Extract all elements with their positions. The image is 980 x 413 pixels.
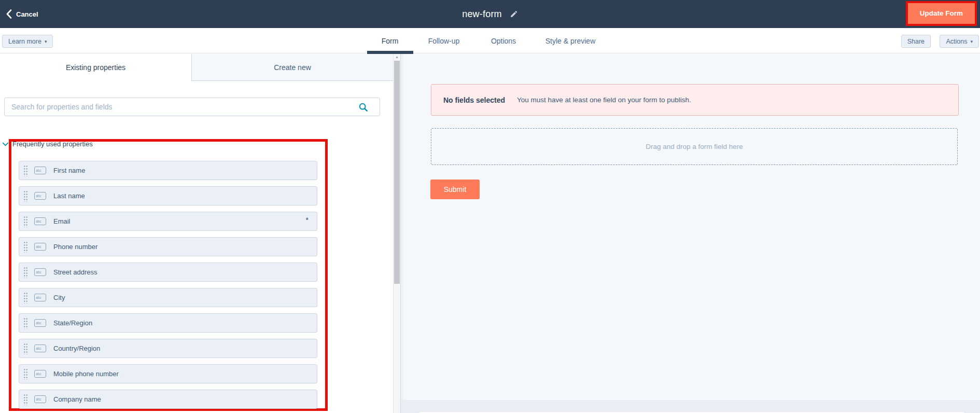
drag-handle-icon[interactable] — [23, 190, 27, 202]
property-search — [4, 98, 380, 116]
tab-existing-properties[interactable]: Existing properties — [0, 54, 192, 81]
dropzone-text: Drag and drop a form field here — [646, 143, 743, 150]
property-label: Phone number — [53, 243, 97, 251]
single-line-text-icon: abc — [34, 319, 46, 327]
caret-down-icon: ▾ — [45, 39, 47, 44]
tab-form[interactable]: Form — [382, 28, 399, 53]
panel-tabs: Existing properties Create new — [0, 54, 393, 81]
section-title: Frequently used properties — [12, 140, 93, 148]
drag-handle-icon[interactable] — [23, 164, 27, 176]
drag-handle-icon[interactable] — [23, 292, 27, 304]
property-label: Last name — [53, 192, 85, 200]
single-line-text-icon: abc — [34, 370, 46, 378]
form-builder-screen: Cancel new-form Update Form Learn more ▾… — [0, 0, 980, 413]
single-line-text-icon: abc — [34, 192, 46, 200]
property-label: Country/Region — [53, 345, 100, 352]
single-line-text-icon: abc — [34, 268, 46, 276]
tab-follow-up[interactable]: Follow-up — [428, 28, 460, 53]
field-type-text: abc — [35, 245, 41, 249]
field-type-text: abc — [35, 296, 41, 299]
highlight-box-update: Update Form — [906, 1, 977, 26]
field-dropzone[interactable]: Drag and drop a form field here — [431, 128, 958, 165]
pencil-edit-icon[interactable] — [510, 10, 518, 18]
tab-existing-properties-label: Existing properties — [66, 63, 125, 72]
field-type-text: abc — [35, 194, 41, 198]
drag-handle-icon[interactable] — [23, 215, 27, 227]
tab-options[interactable]: Options — [491, 28, 516, 53]
tab-style-preview-label: Style & preview — [545, 37, 595, 45]
search-input[interactable] — [5, 98, 380, 116]
actions-button[interactable]: Actions ▾ — [940, 35, 979, 48]
form-title: new-form — [462, 9, 502, 20]
property-item-city[interactable]: abc City — [19, 288, 317, 307]
caret-down-icon: ▾ — [970, 39, 973, 44]
scrollbar-thumb[interactable] — [394, 61, 400, 284]
field-type-text: abc — [35, 372, 41, 376]
panel-scrollbar[interactable]: ▲ — [393, 54, 400, 413]
property-item-street-address[interactable]: abc Street address — [19, 263, 317, 282]
chevron-left-icon — [6, 9, 12, 19]
drag-handle-icon[interactable] — [23, 241, 27, 253]
toolbar: Learn more ▾ Form Follow-up Options Styl… — [0, 28, 980, 53]
chevron-down-icon — [2, 142, 9, 147]
field-type-text: abc — [35, 270, 41, 274]
tab-create-new[interactable]: Create new — [192, 54, 393, 81]
single-line-text-icon: abc — [34, 167, 46, 174]
search-icon[interactable] — [358, 102, 368, 112]
property-item-company-name[interactable]: abc Company name — [19, 390, 317, 409]
actions-label: Actions — [946, 38, 967, 45]
learn-more-button[interactable]: Learn more ▾ — [2, 35, 53, 48]
top-navbar: Cancel new-form Update Form — [0, 0, 980, 28]
field-type-text: abc — [35, 169, 41, 172]
property-item-state-region[interactable]: abc State/Region — [19, 313, 317, 333]
share-button[interactable]: Share — [901, 35, 931, 48]
tab-options-label: Options — [491, 37, 516, 45]
single-line-text-icon: abc — [34, 294, 46, 301]
property-label: Company name — [53, 395, 101, 403]
property-item-mobile-phone-number[interactable]: abc Mobile phone number — [19, 364, 317, 383]
submit-button[interactable]: Submit — [430, 180, 480, 199]
alert-message: You must have at least one field on your… — [517, 96, 691, 104]
form-canvas: No fields selected You must have at leas… — [400, 54, 980, 413]
tab-form-label: Form — [382, 37, 399, 45]
single-line-text-icon: abc — [34, 395, 46, 403]
single-line-text-icon: abc — [34, 243, 46, 251]
cancel-button[interactable]: Cancel — [6, 0, 38, 28]
section-frequently-used[interactable]: Frequently used properties — [2, 140, 93, 148]
cancel-label: Cancel — [16, 10, 38, 18]
field-type-text: abc — [35, 219, 41, 223]
tab-style-preview[interactable]: Style & preview — [545, 28, 595, 53]
property-item-phone-number[interactable]: abc Phone number — [19, 237, 317, 256]
property-label: Email — [53, 217, 71, 225]
single-line-text-icon: abc — [34, 345, 46, 352]
drag-handle-icon[interactable] — [23, 317, 27, 329]
tab-follow-up-label: Follow-up — [428, 37, 460, 45]
alert-title: No fields selected — [443, 96, 505, 104]
property-label: City — [53, 294, 65, 301]
form-title-group: new-form — [462, 0, 518, 28]
property-item-country-region[interactable]: abc Country/Region — [19, 339, 317, 358]
learn-more-label: Learn more — [8, 38, 41, 45]
property-label: State/Region — [53, 319, 92, 327]
drag-handle-icon[interactable] — [23, 342, 27, 354]
update-form-button[interactable]: Update Form — [908, 3, 975, 24]
scroll-up-arrow-icon[interactable]: ▲ — [394, 55, 400, 59]
drag-handle-icon[interactable] — [23, 368, 27, 380]
property-item-email[interactable]: abc Email * — [19, 212, 317, 231]
single-line-text-icon: abc — [34, 217, 46, 225]
field-type-text: abc — [35, 321, 41, 325]
property-label: Street address — [53, 268, 97, 276]
share-label: Share — [907, 38, 925, 45]
tab-create-new-label: Create new — [274, 63, 311, 72]
property-item-last-name[interactable]: abc Last name — [19, 186, 317, 205]
field-type-text: abc — [35, 347, 41, 350]
drag-handle-icon[interactable] — [23, 393, 27, 405]
no-fields-alert: No fields selected You must have at leas… — [431, 84, 959, 116]
property-label: First name — [53, 167, 85, 174]
required-marker: * — [306, 216, 309, 224]
field-type-text: abc — [35, 397, 41, 401]
property-item-first-name[interactable]: abc First name — [19, 161, 317, 180]
properties-panel: Existing properties Create new Frequentl… — [0, 54, 393, 413]
drag-handle-icon[interactable] — [23, 266, 27, 278]
property-label: Mobile phone number — [53, 370, 119, 378]
